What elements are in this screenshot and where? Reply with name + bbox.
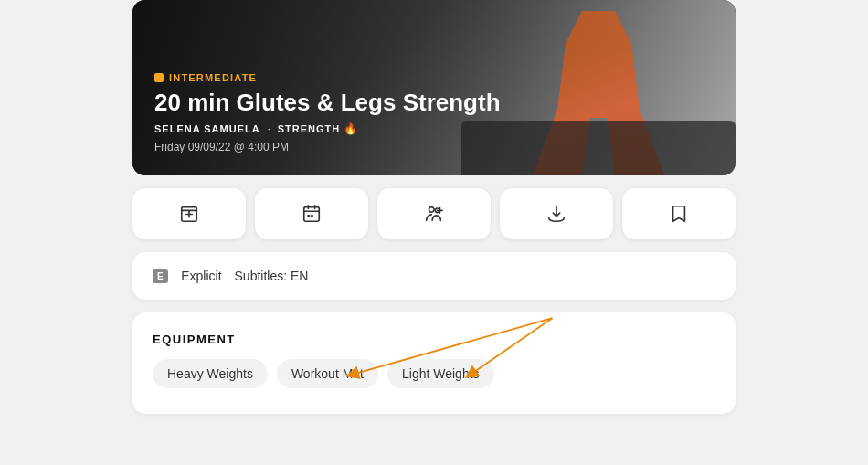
meta-separator: · xyxy=(268,123,270,134)
instructor-name: SELENA SAMUELA xyxy=(154,123,260,134)
equipment-tag-workout-mat: Workout Mat xyxy=(277,359,378,388)
badge-dot xyxy=(154,73,164,82)
svg-rect-9 xyxy=(311,215,313,217)
workout-date: Friday 09/09/22 @ 4:00 PM xyxy=(154,141,501,153)
download-icon xyxy=(546,204,566,224)
bookmark-button[interactable] xyxy=(622,188,736,239)
difficulty-badge: INTERMEDIATE xyxy=(154,72,501,83)
explicit-label: Explicit xyxy=(181,269,221,283)
equipment-card: EQUIPMENT Heavy Weights Workout Mat Ligh… xyxy=(132,312,736,414)
equipment-tags: Heavy Weights Workout Mat Light Weights xyxy=(153,359,715,388)
difficulty-label: INTERMEDIATE xyxy=(169,72,257,83)
add-schedule-icon xyxy=(179,204,199,224)
flame-icon: 🔥 xyxy=(344,122,358,135)
explicit-badge: E xyxy=(153,269,168,283)
hero-card: INTERMEDIATE 20 min Glutes & Legs Streng… xyxy=(132,0,736,175)
add-schedule-button[interactable] xyxy=(132,188,246,239)
svg-point-10 xyxy=(429,207,435,213)
bookmark-icon xyxy=(669,204,689,224)
download-button[interactable] xyxy=(500,188,613,239)
workout-title: 20 min Glutes & Legs Strength xyxy=(154,89,501,117)
workout-category: STRENGTH 🔥 xyxy=(278,122,359,135)
workout-meta: SELENA SAMUELA · STRENGTH 🔥 xyxy=(154,122,501,135)
hero-content: INTERMEDIATE 20 min Glutes & Legs Streng… xyxy=(154,72,501,153)
equipment-tag-light-weights: Light Weights xyxy=(387,359,494,388)
calendar-button[interactable] xyxy=(255,188,368,239)
users-icon xyxy=(424,204,444,224)
calendar-icon xyxy=(302,204,322,224)
equipment-tag-heavy-weights: Heavy Weights xyxy=(153,359,268,388)
equipment-section-title: EQUIPMENT xyxy=(153,333,715,346)
join-button[interactable] xyxy=(377,188,491,239)
svg-rect-4 xyxy=(304,207,320,222)
svg-rect-8 xyxy=(307,215,310,217)
action-row xyxy=(132,188,736,239)
hero-mat xyxy=(461,121,736,175)
subtitles-label: Subtitles: EN xyxy=(235,269,309,283)
info-card: E Explicit Subtitles: EN xyxy=(132,252,736,300)
